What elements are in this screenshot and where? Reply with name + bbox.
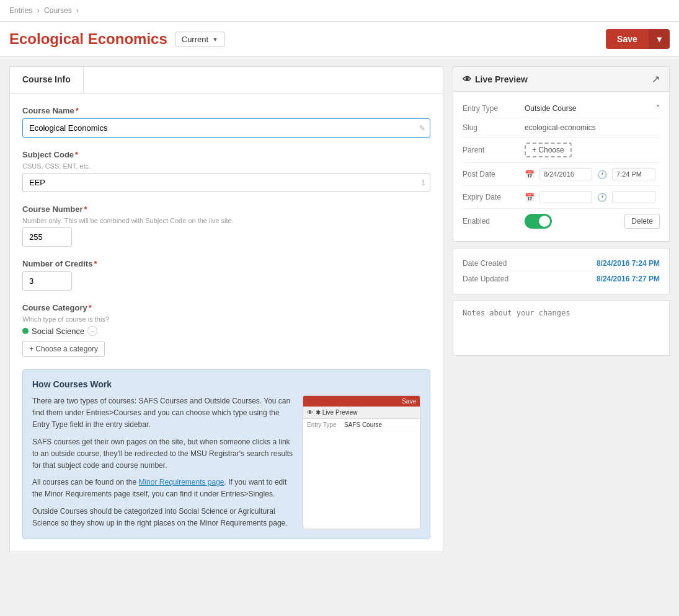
subject-code-input[interactable] (22, 173, 430, 192)
live-preview-card: 👁 Live Preview ↗ Entry Type Outside Cour… (453, 66, 670, 242)
add-category-button[interactable]: + Choose a category (22, 341, 105, 357)
choose-parent-button[interactable]: + Choose (525, 143, 572, 157)
entry-type-key: Entry Type (463, 104, 525, 113)
credits-label: Number of Credits* (22, 259, 430, 268)
notes-textarea[interactable] (463, 309, 660, 346)
category-label: Course Category* (22, 303, 430, 312)
expiry-date-row: Expiry Date 📅 🕐 (463, 186, 660, 209)
live-preview-title: 👁 Live Preview (463, 74, 528, 84)
chevron-down-icon: ▼ (212, 36, 218, 43)
info-box-preview: Save 👁 ✱ Live Preview Entry Type SAFS Co… (303, 395, 420, 529)
expiry-date-inputs: 📅 🕐 (525, 191, 660, 203)
left-panel: Course Info Course Name* ✎ Subject Code*… (9, 66, 443, 552)
eye-icon: 👁 (307, 409, 313, 416)
subject-code-field: Subject Code* CSUS, CSS, ENT, etc. 1 (22, 150, 430, 192)
notes-card (453, 301, 670, 356)
course-number-input[interactable] (22, 227, 72, 247)
category-hint: Which type of course is this? (22, 315, 430, 323)
slug-val: ecological-economics (525, 123, 660, 132)
post-time-input[interactable] (612, 168, 655, 180)
tab-bar: Course Info (9, 66, 443, 93)
category-dot (22, 328, 29, 334)
expiry-date-val: 📅 🕐 (525, 191, 660, 203)
enabled-toggle-area: Delete (525, 214, 660, 229)
post-date-input[interactable] (539, 168, 592, 180)
eye-icon: 👁 (463, 74, 471, 84)
metadata-card: Date Created 8/24/2016 7:24 PM Date Upda… (453, 248, 670, 294)
slug-row: Slug ecological-economics (463, 118, 660, 138)
breadcrumb-entries[interactable]: Entries (9, 6, 32, 15)
delete-button[interactable]: Delete (624, 214, 660, 229)
enabled-row: Enabled Delete (463, 209, 660, 234)
tab-course-info[interactable]: Course Info (10, 67, 84, 93)
course-number-hint: Number only. This will be combined with … (22, 217, 430, 224)
breadcrumb-courses[interactable]: Courses (44, 6, 72, 15)
date-updated-val: 8/24/2016 7:27 PM (597, 275, 660, 283)
info-para-4: Outside Courses should be categorized in… (32, 506, 293, 529)
minor-requirements-link[interactable]: Minor Requirements page (138, 478, 224, 486)
chevron-down-icon: ˅ (656, 104, 660, 113)
info-para-2: SAFS courses get their own pages on the … (32, 436, 293, 472)
save-button[interactable]: Save (606, 29, 649, 49)
entry-type-val: Outside Course ˅ (525, 104, 660, 113)
info-box-text: There are two types of courses: SAFS Cou… (32, 395, 293, 529)
save-button-group: Save ▼ (606, 29, 670, 49)
share-icon[interactable]: ↗ (652, 73, 660, 85)
main-layout: Course Info Course Name* ✎ Subject Code*… (0, 57, 679, 561)
page-title: Ecological Economics (9, 30, 167, 48)
expiry-time-input[interactable] (612, 191, 655, 203)
category-remove-button[interactable]: − (87, 326, 97, 336)
breadcrumb: Entries › Courses › (0, 0, 679, 22)
preview-mini-entry-type: Entry Type SAFS Course (303, 419, 420, 431)
top-bar: Ecological Economics Current ▼ Save ▼ (0, 22, 679, 57)
info-box-title: How Courses Work (32, 379, 420, 389)
expiry-date-input[interactable] (539, 191, 592, 203)
enabled-toggle[interactable] (525, 214, 552, 229)
parent-choose: + Choose (525, 143, 660, 157)
status-label: Current (182, 35, 208, 44)
enabled-key: Enabled (463, 217, 525, 226)
counter-icon: 1 (421, 178, 425, 187)
info-box: How Courses Work There are two types of … (22, 369, 430, 539)
slug-key: Slug (463, 123, 525, 132)
credits-input[interactable] (22, 271, 72, 291)
entry-type-row: Entry Type Outside Course ˅ (463, 99, 660, 118)
subject-code-hint: CSUS, CSS, ENT, etc. (22, 162, 430, 170)
course-name-input-wrapper: ✎ (22, 118, 430, 138)
course-number-field: Course Number* Number only. This will be… (22, 205, 430, 247)
entry-type-select[interactable]: Outside Course ˅ (525, 104, 660, 113)
preview-mini-header: 👁 ✱ Live Preview (303, 407, 420, 419)
post-date-row: Post Date 📅 🕐 (463, 163, 660, 186)
info-para-1: There are two types of courses: SAFS Cou… (32, 395, 293, 431)
form-panel: Course Name* ✎ Subject Code* CSUS, CSS, … (9, 93, 443, 552)
date-created-row: Date Created 8/24/2016 7:24 PM (463, 256, 660, 271)
right-panel: 👁 Live Preview ↗ Entry Type Outside Cour… (453, 66, 670, 552)
info-para-3: All courses can be found on the Minor Re… (32, 477, 293, 500)
edit-icon: ✎ (419, 124, 425, 133)
category-tag-label: Social Science (32, 327, 84, 336)
date-created-val: 8/24/2016 7:24 PM (597, 259, 660, 268)
credits-field: Number of Credits* (22, 259, 430, 291)
post-date-val: 📅 🕐 (525, 168, 660, 180)
date-updated-row: Date Updated 8/24/2016 7:27 PM (463, 271, 660, 286)
category-tag: Social Science − (22, 326, 97, 336)
parent-row: Parent + Choose (463, 138, 660, 163)
calendar-icon[interactable]: 📅 (525, 170, 535, 179)
save-dropdown-arrow[interactable]: ▼ (649, 29, 670, 49)
course-name-input[interactable] (22, 118, 430, 138)
post-date-inputs: 📅 🕐 (525, 168, 660, 180)
expiry-date-key: Expiry Date (463, 193, 525, 201)
preview-mini-save: Save (303, 396, 420, 407)
expiry-calendar-icon[interactable]: 📅 (525, 193, 535, 202)
expiry-clock-icon[interactable]: 🕐 (597, 193, 607, 202)
status-dropdown[interactable]: Current ▼ (175, 32, 225, 47)
date-created-key: Date Created (463, 259, 507, 268)
date-updated-key: Date Updated (463, 275, 508, 283)
live-preview-header: 👁 Live Preview ↗ (453, 67, 669, 92)
category-field: Course Category* Which type of course is… (22, 303, 430, 357)
clock-icon[interactable]: 🕐 (597, 170, 607, 179)
parent-key: Parent (463, 146, 525, 154)
course-name-label: Course Name* (22, 106, 430, 115)
subject-code-label: Subject Code* (22, 150, 430, 159)
post-date-key: Post Date (463, 170, 525, 178)
